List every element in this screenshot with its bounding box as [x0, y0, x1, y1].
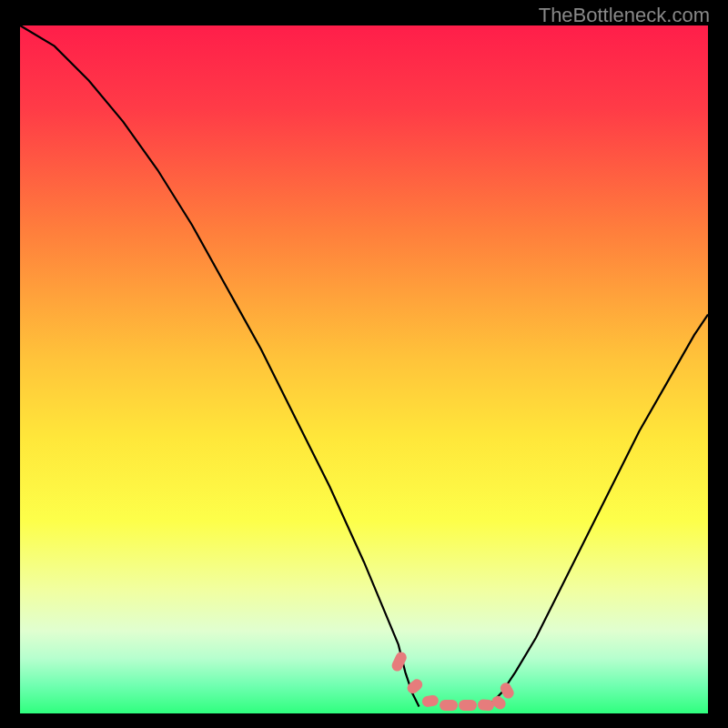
plateau-dash [440, 700, 458, 711]
plateau-dash [459, 700, 477, 711]
watermark-label: TheBottleneck.com [539, 4, 710, 27]
right-branch-curve [488, 315, 708, 707]
plot-area [20, 25, 708, 713]
chart-container: TheBottleneck.com [0, 0, 728, 728]
curve-layer [20, 25, 708, 713]
left-branch-curve [20, 25, 419, 706]
